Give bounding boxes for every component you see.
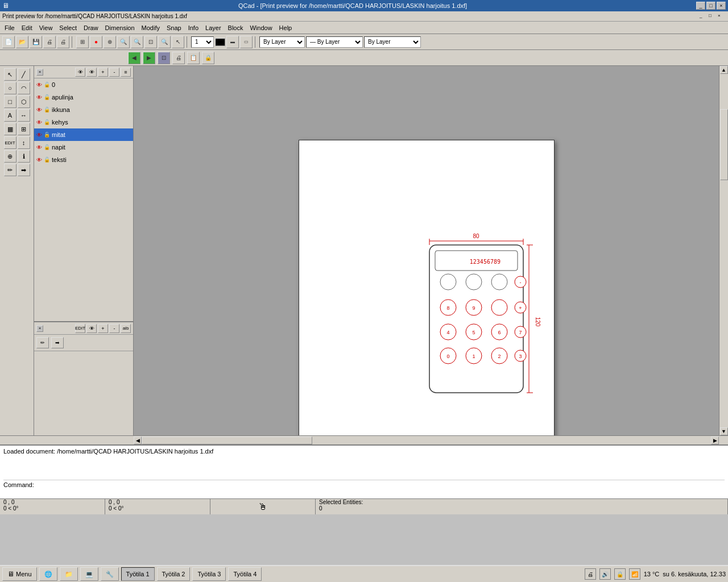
vscroll-down[interactable]: ▼ bbox=[720, 427, 728, 435]
save-button[interactable]: 💾 bbox=[30, 36, 42, 48]
line-style-btn1[interactable]: ▬ bbox=[226, 36, 239, 48]
grid-button[interactable]: ⊞ bbox=[76, 36, 89, 48]
menu-info[interactable]: Info bbox=[185, 23, 202, 32]
arrow-tool[interactable]: ➡ bbox=[18, 164, 30, 176]
new-button[interactable]: 📄 bbox=[2, 36, 15, 48]
select-tool[interactable]: ↖ bbox=[4, 68, 16, 81]
select-button[interactable]: ↖ bbox=[172, 36, 184, 48]
layer-item-apulinja[interactable]: 👁 🔓 apulinja bbox=[34, 91, 133, 103]
vscroll-thumb[interactable] bbox=[720, 109, 728, 180]
block-eye-btn[interactable]: 👁 bbox=[86, 324, 97, 333]
layer-del-btn[interactable]: - bbox=[109, 68, 119, 77]
layer-visibility-btn[interactable]: 👁 bbox=[75, 68, 85, 77]
menu-block[interactable]: Block bbox=[225, 23, 247, 32]
taskbar-icon2[interactable]: 📁 bbox=[60, 567, 78, 581]
menu-help[interactable]: Help bbox=[276, 23, 296, 32]
layer-panel-close[interactable]: × bbox=[36, 69, 43, 76]
poly-tool[interactable]: ⬡ bbox=[18, 95, 30, 108]
inner-close[interactable]: × bbox=[718, 13, 726, 20]
menu-modify[interactable]: Modify bbox=[138, 23, 163, 32]
menu-window[interactable]: Window bbox=[246, 23, 275, 32]
minimize-button[interactable]: _ bbox=[696, 2, 705, 10]
menu-view[interactable]: View bbox=[36, 23, 56, 32]
hscroll-left[interactable]: ◀ bbox=[134, 436, 142, 444]
menu-snap[interactable]: Snap bbox=[163, 23, 185, 32]
hscroll-right[interactable]: ▶ bbox=[711, 436, 719, 444]
menu-layer[interactable]: Layer bbox=[202, 23, 225, 32]
zoom-out-button[interactable]: 🔍 bbox=[131, 36, 143, 48]
layer-item-mitat[interactable]: 👁 🔓 mitat bbox=[34, 128, 133, 141]
print2-button[interactable]: 🖨 bbox=[57, 36, 69, 48]
prev-page-button[interactable]: ◀ bbox=[128, 52, 140, 64]
snap-button[interactable]: ⊕ bbox=[104, 36, 116, 48]
vscroll-up[interactable]: ▲ bbox=[720, 66, 728, 74]
layer-item-kehys[interactable]: 👁 🔓 kehys bbox=[34, 116, 133, 128]
taskbar-icon4[interactable]: 🔧 bbox=[101, 567, 119, 581]
tray-icon1[interactable]: 🖨 bbox=[585, 568, 596, 580]
taskbar-tab3[interactable]: Työtila 3 bbox=[192, 567, 226, 581]
layer-item-napit[interactable]: 👁 🔓 napit bbox=[34, 141, 133, 153]
circle-tool[interactable]: ○ bbox=[4, 82, 16, 94]
menu-edit[interactable]: Edit bbox=[18, 23, 36, 32]
menu-file[interactable]: File bbox=[1, 23, 18, 32]
color-button[interactable]: ● bbox=[90, 36, 102, 48]
zoom-to-fit-button[interactable]: ⊡ bbox=[158, 52, 170, 64]
info-tool[interactable]: ℹ bbox=[18, 150, 30, 163]
next-page-button[interactable]: ▶ bbox=[143, 52, 155, 64]
block-add-btn[interactable]: + bbox=[98, 324, 108, 333]
page-setup-btn[interactable]: 📋 bbox=[187, 52, 200, 64]
tray-icon3[interactable]: 🔒 bbox=[614, 568, 626, 580]
block-panel-close[interactable]: × bbox=[36, 325, 43, 332]
zoom-in-button[interactable]: 🔍 bbox=[117, 36, 130, 48]
open-button[interactable]: 📂 bbox=[16, 36, 28, 48]
layer-item-ikkuna[interactable]: 👁 🔓 ikkuna bbox=[34, 103, 133, 116]
zoom-prev-button[interactable]: 🔍 bbox=[158, 36, 171, 48]
print-button[interactable]: 🖨 bbox=[43, 36, 56, 48]
maximize-button[interactable]: □ bbox=[706, 2, 715, 10]
rect-tool[interactable]: □ bbox=[4, 95, 16, 108]
vscrollbar[interactable]: ▲ ▼ bbox=[719, 66, 728, 435]
canvas-area[interactable]: 123456789 - 8 9 + 4 5 6 7 bbox=[134, 66, 728, 435]
taskbar-icon1[interactable]: 🌐 bbox=[39, 567, 57, 581]
menu-draw[interactable]: Draw bbox=[80, 23, 102, 32]
text-tool[interactable]: A bbox=[4, 109, 16, 122]
layer-list-btn[interactable]: ≡ bbox=[121, 68, 131, 77]
lineweight-select[interactable]: By Layer bbox=[364, 36, 421, 48]
hatch-tool[interactable]: ▦ bbox=[4, 123, 16, 135]
line-color-btn[interactable] bbox=[215, 38, 225, 46]
tray-icon2[interactable]: 🔊 bbox=[599, 568, 611, 580]
layer-item-teksti[interactable]: 👁 🔓 teksti bbox=[34, 153, 133, 166]
dim-tool[interactable]: ↔ bbox=[18, 109, 30, 122]
taskbar-icon3[interactable]: 💻 bbox=[80, 567, 98, 581]
block-pencil-btn[interactable]: ✏ bbox=[36, 337, 49, 348]
start-button[interactable]: 🖥 Menu bbox=[2, 567, 37, 581]
taskbar-tab4[interactable]: Työtila 4 bbox=[228, 567, 262, 581]
tray-network[interactable]: 📶 bbox=[629, 568, 640, 580]
line-tool[interactable]: ╱ bbox=[18, 68, 30, 81]
layer-add-btn[interactable]: + bbox=[98, 68, 108, 77]
arc-tool[interactable]: ◠ bbox=[18, 82, 30, 94]
layer-eye2-btn[interactable]: 👁 bbox=[86, 68, 97, 77]
print-preview-btn[interactable]: 🖨 bbox=[172, 52, 185, 64]
zoom-fit-button[interactable]: ⊡ bbox=[144, 36, 157, 48]
line-style-btn2[interactable]: ▭ bbox=[240, 36, 253, 48]
pencil-tool[interactable]: ✏ bbox=[4, 164, 16, 176]
linetype-select[interactable]: — By Layer bbox=[306, 36, 363, 48]
edit-tool[interactable]: EDIT bbox=[4, 136, 16, 149]
taskbar-tab2[interactable]: Työtila 2 bbox=[157, 567, 191, 581]
menu-select[interactable]: Select bbox=[56, 23, 80, 32]
block-del-btn[interactable]: - bbox=[109, 324, 119, 333]
layer-item-0[interactable]: 👁 🔓 0 bbox=[34, 78, 133, 91]
grid2-tool[interactable]: ⊞ bbox=[18, 123, 30, 135]
measure-tool[interactable]: ↕ bbox=[18, 136, 30, 149]
hscroll-thumb[interactable] bbox=[142, 436, 312, 444]
layer-select[interactable]: By Layer bbox=[259, 36, 305, 48]
lock-btn[interactable]: 🔒 bbox=[202, 52, 214, 64]
snap2-tool[interactable]: ⊕ bbox=[4, 150, 16, 163]
taskbar-tab1[interactable]: Työtila 1 bbox=[121, 567, 155, 581]
block-text-btn[interactable]: alb bbox=[121, 324, 131, 333]
inner-minimize[interactable]: _ bbox=[700, 13, 708, 20]
block-edit-btn[interactable]: EDIT bbox=[75, 324, 85, 333]
inner-maximize[interactable]: □ bbox=[709, 13, 717, 20]
menu-dimension[interactable]: Dimension bbox=[102, 23, 138, 32]
